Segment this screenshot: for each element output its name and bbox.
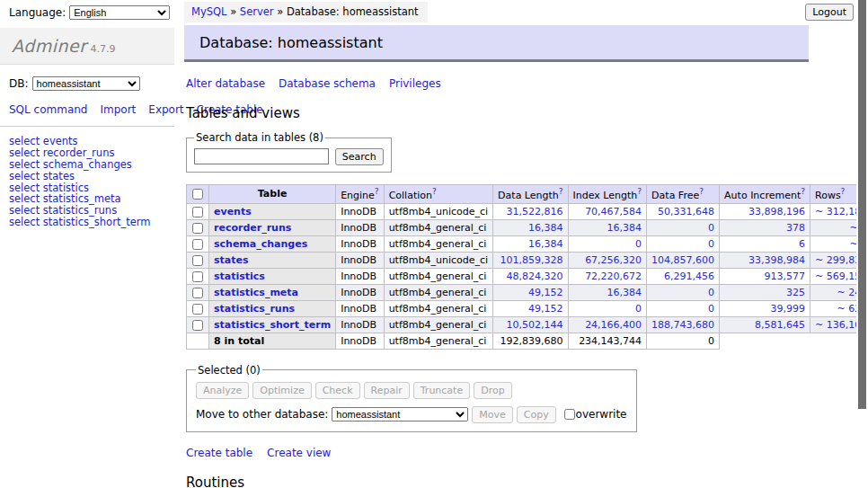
engine-cell: InnoDB <box>336 235 384 252</box>
help-icon[interactable]: ? <box>699 187 704 196</box>
row-checkbox[interactable] <box>192 288 203 298</box>
help-icon[interactable]: ? <box>637 187 642 196</box>
sidebar-link-import[interactable]: Import <box>100 103 136 116</box>
data-length-cell: 10,502,144 <box>493 316 568 333</box>
column-header-table: Table <box>209 185 336 204</box>
row-checkbox[interactable] <box>192 223 203 234</box>
app-version[interactable]: 4.7.9 <box>91 43 116 55</box>
scrollbar-track[interactable] <box>856 0 868 488</box>
scrollbar-thumb[interactable] <box>858 0 866 409</box>
data-length-cell: 49,152 <box>493 300 568 316</box>
breadcrumb-link-server[interactable]: Server <box>240 5 274 18</box>
table-link-statistics[interactable]: statistics <box>214 271 265 282</box>
sidebar-item-select-recorder-runs[interactable]: select recorder_runs <box>9 147 174 159</box>
help-icon[interactable]: ? <box>375 187 379 196</box>
table-link-events[interactable]: events <box>214 206 252 217</box>
help-icon[interactable]: ? <box>841 187 846 196</box>
tables-heading: Tables and views <box>186 105 855 121</box>
repair-button: Repair <box>364 382 410 399</box>
language-select[interactable]: English <box>69 5 170 20</box>
table-link-statistics-short-term[interactable]: statistics_short_term <box>214 319 331 331</box>
table-row: schema_changesInnoDButf8mb4_general_ci16… <box>187 235 868 252</box>
engine-cell: InnoDB <box>336 203 384 219</box>
language-label: Language: <box>9 6 66 19</box>
data-length-cell: 101,859,328 <box>493 252 568 268</box>
total-row: 8 in totalInnoDButf8mb4_general_ci192,83… <box>187 333 868 349</box>
overwrite-checkbox[interactable] <box>564 409 575 420</box>
create-table-link[interactable]: Create table <box>186 447 252 459</box>
total-engine-cell: InnoDB <box>336 333 384 349</box>
table-link-states[interactable]: states <box>214 254 249 266</box>
table-link-schema-changes[interactable]: schema_changes <box>214 238 307 250</box>
collation-cell: utf8mb4_unicode_ci <box>384 252 492 268</box>
select-all-checkbox[interactable] <box>192 189 203 200</box>
table-name-cell: statistics <box>209 268 336 284</box>
table-name-cell: recorder_runs <box>209 219 336 235</box>
row-checkbox[interactable] <box>192 207 203 217</box>
table-row: eventsInnoDButf8mb4_unicode_ci31,522,816… <box>187 203 868 219</box>
search-button[interactable]: Search <box>335 148 384 165</box>
row-select-cell <box>187 284 209 300</box>
engine-cell: InnoDB <box>336 316 384 333</box>
search-legend: Search data in tables (8) <box>194 131 325 144</box>
drop-button: Drop <box>474 382 511 399</box>
breadcrumb-link-mysql[interactable]: MySQL <box>191 5 227 18</box>
help-icon[interactable]: ? <box>801 187 805 196</box>
row-checkbox[interactable] <box>192 304 203 315</box>
collation-cell: utf8mb4_general_ci <box>384 268 492 284</box>
auto-increment-cell: 325 <box>720 284 810 300</box>
sidebar-link-export[interactable]: Export <box>148 103 183 116</box>
db-select[interactable]: homeassistant <box>32 76 140 91</box>
sidebar-link-sql-command[interactable]: SQL command <box>9 103 87 116</box>
move-button: Move <box>472 406 513 423</box>
table-link-statistics-runs[interactable]: statistics_runs <box>214 303 295 315</box>
sidebar-actions: SQL commandImportExportCreate table <box>0 91 153 117</box>
collation-cell: utf8mb4_general_ci <box>384 316 492 333</box>
sidebar-item-select-states[interactable]: select states <box>9 171 174 182</box>
row-checkbox[interactable] <box>192 239 203 250</box>
create-view-link[interactable]: Create view <box>267 447 331 459</box>
column-header-auto-increment: Auto Increment? <box>720 185 810 204</box>
auto-increment-cell: 39,999 <box>720 300 810 316</box>
column-header-data-free: Data Free? <box>647 185 720 204</box>
help-icon[interactable]: ? <box>559 187 563 196</box>
index-length-cell: 0 <box>568 300 647 316</box>
index-length-cell: 16,384 <box>568 284 647 300</box>
breadcrumb-separator: » <box>227 5 240 18</box>
content-area: Alter databaseDatabase schemaPrivileges … <box>186 72 855 488</box>
help-icon[interactable]: ? <box>432 187 437 196</box>
move-db-select[interactable]: homeassistant <box>332 407 468 421</box>
sidebar-item-select-schema-changes[interactable]: select schema_changes <box>9 159 174 171</box>
auto-increment-cell: 33,398,984 <box>720 252 810 268</box>
search-input[interactable] <box>194 148 329 164</box>
table-row: statisticsInnoDButf8mb4_general_ci48,824… <box>187 268 868 284</box>
language-row: Language:English <box>0 0 174 20</box>
table-link-statistics-meta[interactable]: statistics_meta <box>214 287 298 298</box>
collation-cell: utf8mb4_general_ci <box>384 219 492 235</box>
row-checkbox[interactable] <box>192 255 203 266</box>
table-link-recorder-runs[interactable]: recorder_runs <box>214 222 291 234</box>
total-empty-cell <box>720 333 868 349</box>
row-select-cell <box>187 203 209 219</box>
table-name-cell: schema_changes <box>209 235 336 252</box>
truncate-button: Truncate <box>413 382 470 399</box>
privileges-link[interactable]: Privileges <box>389 77 441 90</box>
sidebar-item-select-events[interactable]: select events <box>9 136 174 147</box>
table-row: recorder_runsInnoDButf8mb4_general_ci16,… <box>187 219 868 235</box>
table-name-cell: states <box>209 252 336 268</box>
data-free-cell: 50,331,648 <box>647 203 720 219</box>
engine-cell: InnoDB <box>336 284 384 300</box>
row-checkbox[interactable] <box>192 320 203 331</box>
total-select-cell <box>187 333 209 349</box>
logout-button[interactable]: Logout <box>805 4 854 21</box>
row-checkbox[interactable] <box>192 271 203 282</box>
db-row: DB:homeassistant <box>0 65 174 91</box>
table-name-cell: statistics_meta <box>209 284 336 300</box>
total-label-cell: 8 in total <box>209 333 336 349</box>
alter-database-link[interactable]: Alter database <box>186 77 265 90</box>
engine-cell: InnoDB <box>336 219 384 235</box>
sidebar-item-select-statistics-short-term[interactable]: select statistics_short_term <box>9 217 174 228</box>
breadcrumb: MySQL » Server » Database: homeassistant <box>184 2 428 22</box>
database-schema-link[interactable]: Database schema <box>279 77 376 90</box>
app-logo: Adminer <box>12 36 87 56</box>
